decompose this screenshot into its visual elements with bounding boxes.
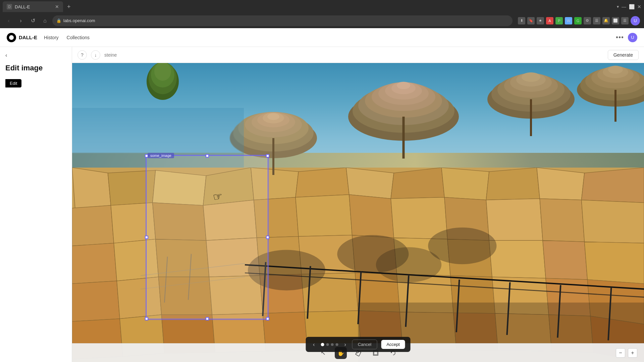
maximize-button[interactable]: ⬜ <box>629 4 635 9</box>
selection-box[interactable] <box>146 155 268 319</box>
home-button[interactable]: ⌂ <box>40 16 50 25</box>
zoom-out-button[interactable]: − <box>616 348 625 358</box>
app-nav: History Collections <box>44 35 90 40</box>
question-icon: ? <box>81 52 84 58</box>
svg-point-114 <box>608 66 623 74</box>
dot-2[interactable] <box>326 343 329 346</box>
ext-icon-1[interactable]: ⬇ <box>518 17 525 24</box>
edit-tab-bar: Edit <box>5 79 66 87</box>
zoom-in-button[interactable]: + <box>628 348 637 358</box>
dot-1[interactable] <box>321 343 324 346</box>
sidebar: ‹ Edit image Edit <box>0 47 72 362</box>
back-arrow-icon: ‹ <box>5 52 7 58</box>
svg-marker-2 <box>72 168 111 208</box>
generate-button[interactable]: Generate <box>608 50 639 60</box>
forward-button[interactable]: › <box>16 16 25 25</box>
umbrella-2 <box>346 78 461 159</box>
close-window-button[interactable]: ✕ <box>637 4 641 9</box>
ext-icon-9[interactable]: ☰ <box>593 17 600 24</box>
prev-image-button[interactable]: ‹ <box>311 341 317 348</box>
url-display: labs.openai.com <box>63 18 95 23</box>
image-dots <box>321 343 338 346</box>
nav-history[interactable]: History <box>44 35 59 40</box>
ext-icon-5[interactable]: P <box>555 17 563 24</box>
reload-button[interactable]: ↺ <box>28 16 38 25</box>
dot-4[interactable] <box>335 343 338 346</box>
handle-bottom-left[interactable] <box>145 317 148 320</box>
help-button[interactable]: ? <box>77 50 87 60</box>
ext-icon-12[interactable]: ☰ <box>621 17 629 24</box>
app-header: DALL-E History Collections ••• U <box>0 28 644 47</box>
svg-marker-19 <box>296 195 352 237</box>
back-to-gallery-button[interactable]: ‹ <box>5 52 66 58</box>
more-options-button[interactable]: ••• <box>616 34 624 41</box>
next-image-button[interactable]: › <box>342 341 348 348</box>
logo-icon <box>7 33 16 42</box>
ext-icon-7[interactable]: G <box>574 17 582 24</box>
ext-icon-10[interactable]: 🔔 <box>602 17 610 24</box>
handle-top-right[interactable] <box>266 154 269 158</box>
svg-point-106 <box>522 72 540 82</box>
svg-marker-13 <box>582 168 644 203</box>
user-avatar[interactable]: U <box>628 33 637 42</box>
tab-close-button[interactable]: ✕ <box>55 4 59 9</box>
palm-tree <box>146 63 179 100</box>
handle-mid-right[interactable] <box>266 236 269 239</box>
svg-marker-12 <box>537 168 584 200</box>
cancel-button[interactable]: Cancel <box>352 340 377 349</box>
tab-title: DALL-E <box>15 4 30 9</box>
svg-marker-23 <box>486 199 543 241</box>
address-bar[interactable]: 🔒 labs.openai.com <box>52 15 513 26</box>
handle-bottom-mid[interactable] <box>206 317 209 320</box>
edit-tab[interactable]: Edit <box>5 79 21 87</box>
header-right: ••• U <box>616 33 637 42</box>
ssl-lock-icon: 🔒 <box>56 18 61 23</box>
ext-icon-2[interactable]: 🔖 <box>527 17 535 24</box>
back-button[interactable]: ‹ <box>4 16 13 25</box>
minimize-button[interactable]: — <box>622 4 626 9</box>
profile-avatar[interactable]: U <box>631 16 640 25</box>
ext-icon-4[interactable]: A <box>546 17 553 24</box>
new-tab-button[interactable]: + <box>64 2 73 12</box>
svg-marker-38 <box>72 281 120 321</box>
download-button[interactable]: ↓ <box>91 50 100 60</box>
main-content: ? ↓ Generate <box>72 47 644 362</box>
browser-controls: ‹ › ↺ ⌂ 🔒 labs.openai.com ⬇ 🔖 ★ A P W G … <box>0 13 644 28</box>
browser-titlebar: D DALL-E ✕ + ▾ — ⬜ ✕ <box>0 0 644 13</box>
accept-button[interactable]: Accept <box>381 340 405 349</box>
prompt-input[interactable] <box>104 52 604 58</box>
app-title: DALL-E <box>19 35 37 40</box>
logo-svg <box>8 35 14 41</box>
svg-marker-36 <box>543 241 587 280</box>
ext-icon-6[interactable]: W <box>565 17 572 24</box>
browser-tab[interactable]: D DALL-E ✕ <box>3 1 63 12</box>
svg-marker-37 <box>584 242 644 284</box>
handle-mid-left[interactable] <box>145 236 148 239</box>
svg-marker-20 <box>349 195 394 238</box>
app-logo: DALL-E <box>7 33 37 42</box>
ext-icon-3[interactable]: ★ <box>537 17 544 24</box>
tab-favicon: D <box>7 4 12 9</box>
ext-icon-11[interactable]: ⬜ <box>612 17 619 24</box>
canvas-area[interactable]: some_image ☞ ‹ › Cance <box>72 63 644 362</box>
umbrella-4 <box>575 63 644 122</box>
handle-top-mid[interactable] <box>206 154 209 158</box>
nav-collections[interactable]: Collections <box>67 35 90 40</box>
app-container: DALL-E History Collections ••• U ‹ Edit … <box>0 28 644 362</box>
svg-marker-10 <box>441 168 489 200</box>
handle-bottom-right[interactable] <box>266 317 269 320</box>
umbrella-3 <box>484 69 578 136</box>
page-title: Edit image <box>5 64 66 72</box>
ext-icon-8[interactable]: ⚙ <box>584 17 591 24</box>
prompt-bar: ? ↓ Generate <box>72 47 644 63</box>
selection-label: some_image <box>148 153 174 158</box>
svg-marker-9 <box>391 168 444 199</box>
svg-point-88 <box>267 113 279 120</box>
zoom-controls: − + <box>616 348 637 358</box>
svg-marker-35 <box>489 241 546 279</box>
svg-marker-11 <box>486 168 540 200</box>
image-nav-bar: ‹ › Cancel Accept <box>306 337 411 352</box>
browser-extensions: ⬇ 🔖 ★ A P W G ⚙ ☰ 🔔 ⬜ ☰ U <box>518 16 640 25</box>
tab-strip-chevron[interactable]: ▾ <box>617 4 619 9</box>
dot-3[interactable] <box>331 343 333 346</box>
